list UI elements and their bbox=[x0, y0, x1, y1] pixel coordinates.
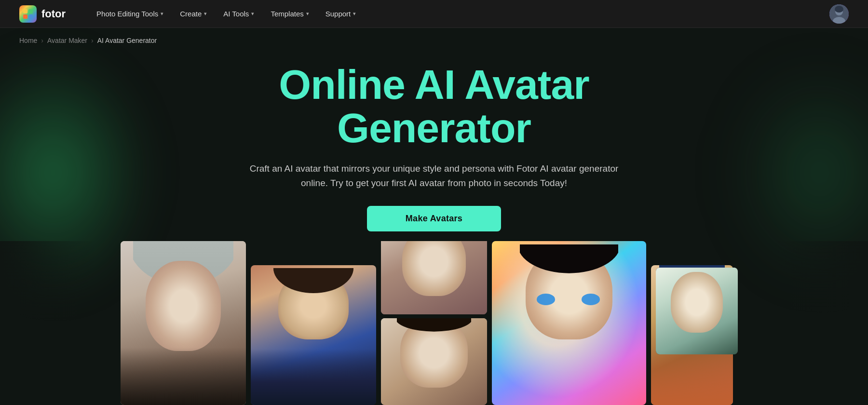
svg-rect-0 bbox=[23, 9, 27, 14]
hero-subtitle: Craft an AI avatar that mirrors your uni… bbox=[236, 162, 632, 191]
chevron-down-icon: ▾ bbox=[204, 11, 207, 17]
logo-text: fotor bbox=[41, 8, 66, 20]
nav-links: Photo Editing Tools ▾ Create ▾ AI Tools … bbox=[90, 6, 829, 22]
gallery-fade-right bbox=[772, 241, 868, 405]
breadcrumb-home[interactable]: Home bbox=[19, 37, 37, 44]
make-avatars-button[interactable]: Make Avatars bbox=[367, 206, 501, 231]
avatar-image-4 bbox=[381, 318, 487, 405]
nav-support[interactable]: Support ▾ bbox=[319, 6, 363, 22]
svg-rect-2 bbox=[23, 14, 27, 19]
gallery-fade-left bbox=[0, 241, 96, 405]
nav-ai-tools[interactable]: AI Tools ▾ bbox=[217, 6, 261, 22]
chevron-down-icon: ▾ bbox=[161, 11, 163, 17]
breadcrumb-sep-1: › bbox=[41, 37, 43, 44]
avatar-image-5 bbox=[492, 241, 646, 405]
svg-rect-3 bbox=[28, 14, 33, 19]
chevron-down-icon: ▾ bbox=[353, 11, 356, 17]
nav-create[interactable]: Create ▾ bbox=[173, 6, 214, 22]
avatar-image-2 bbox=[251, 265, 376, 405]
avatar-image-1 bbox=[121, 241, 246, 405]
logo[interactable]: fotor bbox=[19, 5, 66, 23]
hero-section: Online AI Avatar Generator Craft an AI a… bbox=[0, 53, 868, 231]
nav-photo-editing[interactable]: Photo Editing Tools ▾ bbox=[90, 6, 170, 22]
breadcrumb-current: AI Avatar Generator bbox=[97, 37, 157, 44]
logo-icon bbox=[19, 5, 37, 23]
svg-rect-1 bbox=[28, 9, 33, 14]
breadcrumb-sep-2: › bbox=[91, 37, 94, 44]
main-content: Home › Avatar Maker › AI Avatar Generato… bbox=[0, 28, 868, 405]
navbar: fotor Photo Editing Tools ▾ Create ▾ AI … bbox=[0, 0, 868, 28]
breadcrumb-avatar-maker[interactable]: Avatar Maker bbox=[47, 37, 87, 44]
breadcrumb: Home › Avatar Maker › AI Avatar Generato… bbox=[0, 28, 868, 53]
chevron-down-icon: ▾ bbox=[306, 11, 309, 17]
avatar-image-3 bbox=[381, 241, 487, 314]
chevron-down-icon: ▾ bbox=[251, 11, 254, 17]
user-avatar[interactable] bbox=[829, 4, 849, 24]
avatar-image-7 bbox=[656, 268, 738, 354]
hero-title: Online AI Avatar Generator bbox=[19, 63, 849, 150]
nav-templates[interactable]: Templates ▾ bbox=[264, 6, 315, 22]
svg-point-7 bbox=[835, 6, 843, 13]
